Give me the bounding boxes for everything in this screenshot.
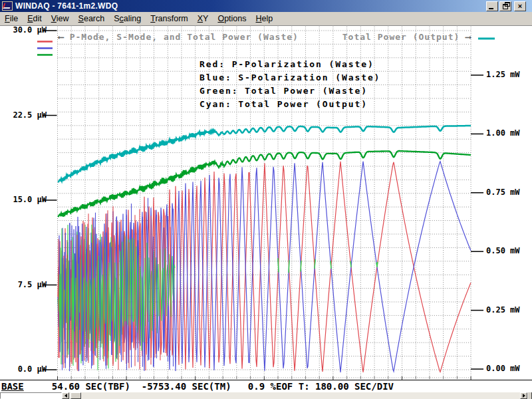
arrow-right-icon (523, 394, 525, 398)
green-crossing-segment (376, 263, 377, 267)
menu-item-scaling[interactable]: Scaling (109, 13, 146, 25)
title-bar[interactable]: WINDAQ - 7641-1m2.WDQ × (0, 0, 532, 12)
series-green-total-waste (58, 151, 471, 217)
series-blue-s-polarization (58, 162, 471, 372)
series-red-p-polarization (58, 162, 471, 372)
menu-item-search[interactable]: Search (74, 13, 110, 25)
right-axis-label: 0.25 mW (486, 305, 531, 315)
menu-bar: FileEditViewSearchScalingTransformXYOpti… (0, 12, 532, 26)
right-axis-label: 1.00 mW (486, 128, 531, 138)
restore-button[interactable] (499, 1, 511, 11)
left-axis-label: 30.0 μW (0, 25, 47, 35)
scroll-left-button[interactable] (62, 392, 69, 399)
menu-item-transform[interactable]: Transform (146, 13, 193, 25)
windaq-window: WINDAQ - 7641-1m2.WDQ × FileEditViewSear… (0, 0, 532, 399)
right-axis-label: 0.50 mW (486, 246, 531, 255)
series-green-dense (58, 225, 175, 370)
left-axis-label: 22.5 μW (0, 110, 47, 120)
close-button[interactable]: × (514, 1, 526, 11)
scrollbar-left-panel (0, 392, 62, 399)
scrollbar-track[interactable] (81, 392, 520, 399)
green-crossing-segment (377, 262, 378, 267)
menu-item-options[interactable]: Options (213, 13, 251, 25)
window-title: WINDAQ - 7641-1m2.WDQ (15, 1, 485, 11)
right-axis-label: 0.00 mW (486, 364, 531, 373)
status-readouts: 54.60 SEC(TBF) -5753.40 SEC(TM) 0.9 %EOF… (24, 381, 394, 392)
series-cyan-total-output (58, 126, 471, 182)
annotation-waste: ⟵ P-Mode, S-Mode, and Total Power (Waste… (59, 32, 299, 42)
arrow-left-icon (65, 394, 67, 398)
green-crossing-segment (331, 261, 331, 269)
status-bar: BASE 54.60 SEC(TBF) -5753.40 SEC(TM) 0.9… (0, 380, 532, 393)
green-crossing-segment (289, 260, 289, 273)
menu-item-view[interactable]: View (47, 13, 74, 25)
base-indicator[interactable]: BASE (1, 381, 24, 392)
menu-item-help[interactable]: Help (251, 13, 278, 25)
green-crossing-segment (278, 258, 279, 272)
right-axis-label: 0.75 mW (486, 188, 531, 197)
scroll-right-button[interactable] (520, 392, 527, 399)
restore-icon (503, 4, 508, 9)
green-crossing-segment (301, 261, 301, 272)
minimize-icon (489, 8, 493, 9)
menu-item-file[interactable]: File (0, 13, 23, 25)
right-axis-label: 1.25 mW (486, 70, 531, 79)
green-crossing-segment (315, 259, 315, 269)
legend-line: Red: P-Polarization (Waste) (200, 58, 380, 71)
minimize-button[interactable] (486, 1, 498, 11)
legend-line: Cyan: Total Power (Output) (200, 98, 380, 111)
right-arrow-icon: ⟶ (466, 32, 471, 42)
legend-line: Green: Total Power (Waste) (200, 84, 380, 98)
left-arrow-icon: ⟵ (59, 32, 64, 42)
scrollbar-thumb[interactable] (70, 392, 81, 399)
green-crossing-segment (350, 261, 351, 267)
close-icon: × (518, 3, 522, 10)
menu-item-edit[interactable]: Edit (23, 13, 47, 25)
left-axis-label: 0.0 μW (0, 364, 47, 374)
left-axis-label: 15.0 μW (0, 195, 47, 204)
scrollbar-grip (527, 392, 532, 399)
legend: Red: P-Polarization (Waste)Blue: S-Polar… (200, 58, 380, 111)
app-icon (2, 1, 13, 11)
menu-item-xy[interactable]: XY (193, 13, 213, 25)
left-axis-label: 7.5 μW (0, 280, 47, 289)
annotation-output: Total Power (Output) ⟶ (342, 32, 471, 42)
horizontal-scrollbar[interactable] (0, 392, 532, 399)
legend-line: Blue: S-Polarization (Waste) (200, 71, 380, 84)
